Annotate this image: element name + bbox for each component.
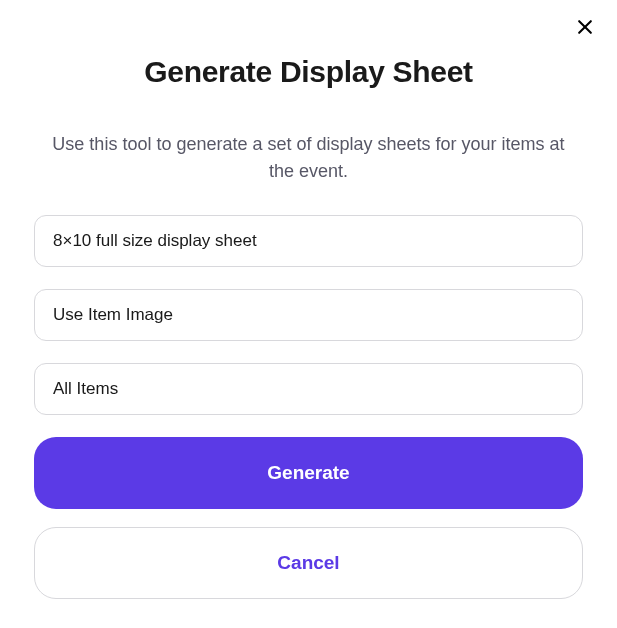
image-source-select-label: Use Item Image <box>53 305 173 325</box>
generate-button[interactable]: Generate <box>34 437 583 509</box>
modal-title: Generate Display Sheet <box>34 55 583 89</box>
image-source-select[interactable]: Use Item Image <box>34 289 583 341</box>
cancel-button[interactable]: Cancel <box>34 527 583 599</box>
item-filter-select-label: All Items <box>53 379 118 399</box>
modal-container: Generate Display Sheet Use this tool to … <box>0 0 617 599</box>
close-button[interactable] <box>571 14 599 42</box>
modal-description: Use this tool to generate a set of displ… <box>34 131 583 185</box>
close-icon <box>575 17 595 40</box>
size-select-label: 8×10 full size display sheet <box>53 231 257 251</box>
size-select[interactable]: 8×10 full size display sheet <box>34 215 583 267</box>
item-filter-select[interactable]: All Items <box>34 363 583 415</box>
